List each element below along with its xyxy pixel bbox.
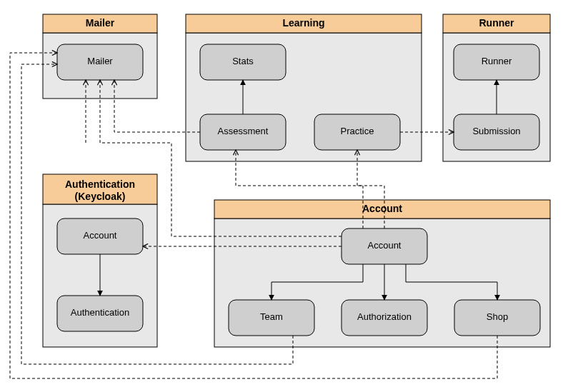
- svg-text:Authorization: Authorization: [357, 311, 412, 322]
- node-account-team: Team: [229, 300, 314, 336]
- svg-text:Account: Account: [368, 240, 402, 251]
- node-account-shop: Shop: [454, 300, 540, 336]
- node-mailer-mailer: Mailer: [57, 44, 143, 80]
- svg-text:Submission: Submission: [472, 126, 520, 136]
- node-learning-practice: Practice: [314, 114, 400, 150]
- svg-text:Stats: Stats: [232, 56, 254, 66]
- svg-text:Practice: Practice: [341, 126, 374, 136]
- svg-text:Mailer: Mailer: [87, 56, 113, 66]
- node-learning-assessment: Assessment: [200, 114, 286, 150]
- group-learning-title: Learning: [282, 17, 324, 29]
- group-mailer-title: Mailer: [86, 17, 115, 29]
- node-account-authorization: Authorization: [342, 300, 427, 336]
- node-runner-runner: Runner: [454, 44, 539, 80]
- svg-text:Shop: Shop: [487, 311, 508, 322]
- group-account-title: Account: [362, 203, 402, 214]
- group-auth-title-1: Authentication: [65, 179, 135, 190]
- svg-text:Assessment: Assessment: [218, 126, 269, 136]
- svg-text:Account: Account: [84, 230, 117, 241]
- svg-text:Runner: Runner: [482, 56, 512, 66]
- node-runner-submission: Submission: [454, 114, 539, 150]
- group-runner-title: Runner: [479, 17, 515, 29]
- node-auth-authentication: Authentication: [57, 296, 143, 331]
- node-account-account: Account: [342, 228, 427, 264]
- node-learning-stats: Stats: [200, 44, 286, 80]
- architecture-diagram: Mailer Learning Runner Authentication (K…: [0, 0, 563, 392]
- group-auth-title-2: (Keycloak): [75, 191, 126, 202]
- svg-text:Authentication: Authentication: [71, 307, 129, 318]
- node-auth-account: Account: [57, 218, 143, 254]
- svg-text:Team: Team: [260, 311, 283, 322]
